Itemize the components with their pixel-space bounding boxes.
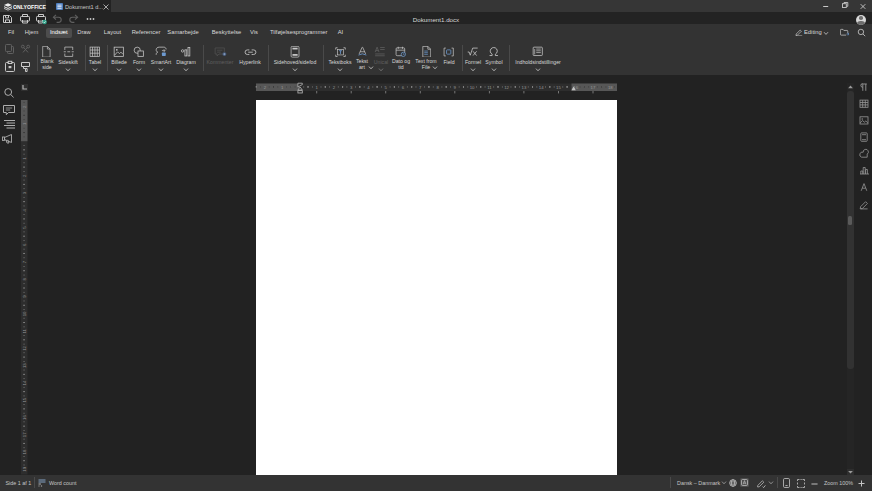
svg-text:15: 15 (22, 397, 27, 402)
svg-text:12: 12 (22, 345, 27, 350)
svg-text:17: 17 (591, 85, 596, 90)
svg-text:15: 15 (556, 85, 561, 90)
svg-text:13: 13 (522, 85, 527, 90)
svg-text:16: 16 (22, 415, 27, 420)
svg-text:18: 18 (608, 85, 613, 90)
svg-text:11: 11 (487, 85, 492, 90)
svg-text:18: 18 (22, 449, 27, 454)
svg-text:10: 10 (22, 311, 27, 316)
svg-text:14: 14 (539, 85, 544, 90)
svg-text:19: 19 (22, 466, 27, 471)
svg-text:12: 12 (504, 85, 509, 90)
svg-text:11: 11 (22, 328, 27, 333)
svg-text:17: 17 (22, 432, 27, 437)
svg-text:14: 14 (22, 380, 27, 385)
svg-text:13: 13 (22, 363, 27, 368)
svg-text:10: 10 (470, 85, 475, 90)
